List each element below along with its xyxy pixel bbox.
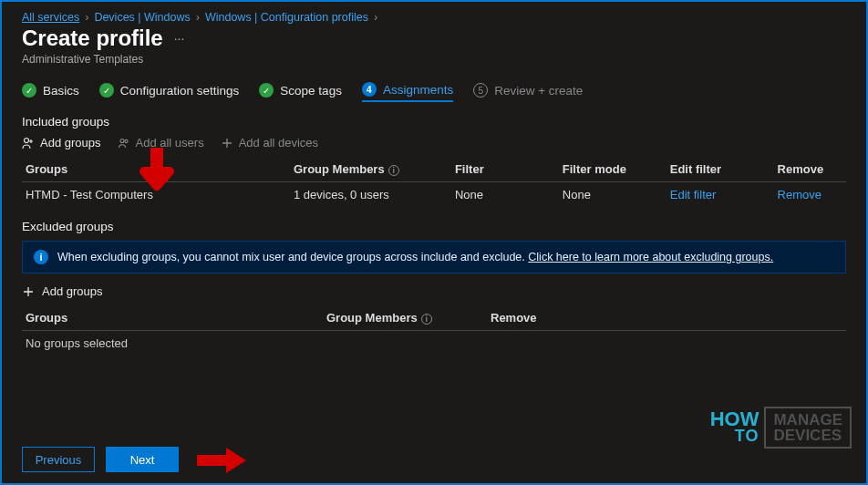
add-all-devices-button[interactable]: Add all devices	[221, 136, 318, 150]
table-row: HTMD - Test Computers 1 devices, 0 users…	[22, 182, 846, 208]
tab-assignments[interactable]: 4 Assignments	[362, 82, 453, 102]
breadcrumb: All services › Devices | Windows › Windo…	[22, 11, 846, 24]
add-person-icon	[22, 137, 35, 150]
col-members[interactable]: Group Membersi	[290, 157, 451, 182]
plus-icon	[22, 285, 35, 298]
info-icon: i	[34, 250, 48, 264]
tab-label: Basics	[43, 84, 79, 98]
included-groups-heading: Included groups	[22, 115, 846, 129]
svg-point-0	[25, 138, 29, 142]
more-actions-icon[interactable]: ···	[174, 31, 185, 46]
info-icon[interactable]: i	[421, 314, 432, 325]
plus-icon	[221, 137, 233, 150]
chevron-right-icon: ›	[85, 11, 88, 24]
watermark-logo: HOWTO MANAGEDEVICES	[710, 407, 852, 449]
edit-filter-link[interactable]: Edit filter	[670, 188, 717, 201]
tab-scope-tags[interactable]: ✓ Scope tags	[259, 83, 342, 101]
tab-label: Assignments	[383, 83, 453, 97]
breadcrumb-devices[interactable]: Devices | Windows	[94, 11, 190, 24]
chevron-right-icon: ›	[196, 11, 200, 24]
excluded-groups-heading: Excluded groups	[22, 220, 846, 233]
previous-button[interactable]: Previous	[22, 447, 95, 472]
col-filter[interactable]: Filter	[451, 157, 559, 182]
learn-more-link[interactable]: Click here to learn more about excluding…	[528, 251, 773, 263]
included-toolbar: Add groups Add all users Add all devices	[22, 136, 846, 150]
add-excluded-groups-button[interactable]: Add groups	[22, 284, 846, 298]
remove-link[interactable]: Remove	[778, 188, 822, 201]
page-subtitle: Administrative Templates	[22, 53, 846, 66]
svg-point-2	[124, 139, 127, 142]
col-filter-mode[interactable]: Filter mode	[559, 157, 666, 182]
step-number-icon: 5	[473, 83, 488, 98]
col-remove[interactable]: Remove	[774, 157, 846, 182]
breadcrumb-all-services[interactable]: All services	[22, 11, 79, 24]
col-remove[interactable]: Remove	[487, 305, 846, 331]
included-groups-table: Groups Group Membersi Filter Filter mode…	[22, 157, 846, 207]
tab-label: Scope tags	[280, 84, 342, 98]
breadcrumb-config-profiles[interactable]: Windows | Configuration profiles	[205, 11, 368, 24]
tab-label: Review + create	[494, 84, 583, 98]
check-icon: ✓	[99, 83, 114, 98]
people-icon	[118, 137, 130, 150]
excluded-groups-table: Groups Group Membersi Remove No groups s…	[22, 305, 846, 356]
banner-text: When excluding groups, you cannot mix us…	[57, 251, 525, 263]
tab-config-settings[interactable]: ✓ Configuration settings	[99, 83, 240, 101]
svg-point-1	[120, 139, 124, 142]
toolbar-label: Add groups	[40, 136, 101, 150]
excluded-info-banner: i When excluding groups, you cannot mix …	[22, 241, 846, 273]
check-icon: ✓	[259, 83, 274, 98]
wizard-footer: Previous Next	[22, 447, 179, 472]
step-number-icon: 4	[362, 82, 377, 97]
col-members[interactable]: Group Membersi	[323, 305, 487, 331]
toolbar-label: Add groups	[42, 284, 103, 298]
cell-filter-mode: None	[559, 182, 666, 208]
col-edit-filter[interactable]: Edit filter	[666, 157, 774, 182]
tab-label: Configuration settings	[120, 84, 240, 98]
chevron-right-icon: ›	[374, 11, 377, 24]
cell-members: 1 devices, 0 users	[290, 182, 451, 208]
col-groups[interactable]: Groups	[22, 305, 323, 331]
cell-filter: None	[451, 182, 559, 208]
page-title: Create profile	[22, 26, 163, 51]
info-icon[interactable]: i	[388, 165, 399, 176]
check-icon: ✓	[22, 83, 36, 98]
svg-rect-4	[197, 455, 228, 466]
cell-group-name: HTMD - Test Computers	[22, 182, 290, 208]
wizard-tabs: ✓ Basics ✓ Configuration settings ✓ Scop…	[22, 82, 846, 102]
toolbar-label: Add all users	[136, 136, 204, 150]
toolbar-label: Add all devices	[239, 136, 318, 150]
add-groups-button[interactable]: Add groups	[22, 136, 101, 150]
tab-review-create: 5 Review + create	[473, 83, 583, 101]
tab-basics[interactable]: ✓ Basics	[22, 83, 79, 101]
col-groups[interactable]: Groups	[22, 157, 290, 182]
next-button[interactable]: Next	[106, 447, 179, 472]
add-all-users-button[interactable]: Add all users	[118, 136, 204, 150]
empty-state: No groups selected	[22, 331, 846, 356]
annotation-arrow-right-icon	[195, 445, 250, 476]
